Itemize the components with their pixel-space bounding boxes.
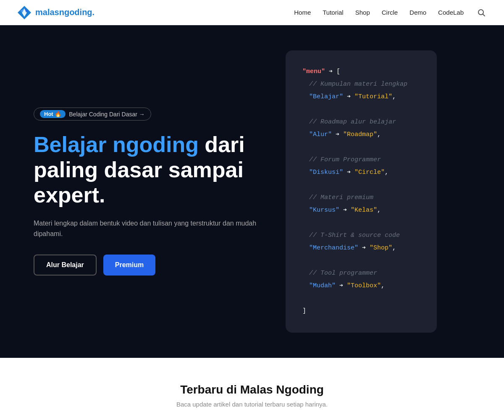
alur-belajar-button[interactable]: Alur Belajar	[34, 255, 97, 276]
hero-subtitle: Materi lengkap dalam bentuk video dan tu…	[34, 218, 260, 239]
hero-title: Belajar ngoding dari paling dasar sampai…	[34, 132, 260, 207]
brand-name: malasngoding.	[35, 8, 94, 17]
hero-title-blue: Belajar ngoding	[34, 132, 199, 157]
search-icon	[477, 8, 486, 17]
badge-text: Belajar Coding Dari Dasar →	[69, 111, 145, 118]
code-comment5: // T-Shirt & source code	[309, 232, 400, 239]
nav-codelab[interactable]: CodeLab	[438, 9, 464, 16]
nav-tutorial[interactable]: Tutorial	[323, 9, 343, 16]
navbar: malasngoding. Home Tutorial Shop Circle …	[0, 0, 504, 25]
section-terbaru-subtitle: Baca update artikel dan tutorial terbaru…	[17, 401, 487, 408]
section-terbaru-title: Terbaru di Malas Ngoding	[17, 383, 487, 396]
brand-blue-part: malas	[35, 8, 59, 17]
code-card: "menu" ➔ [ // Kumpulan materi lengkap "B…	[286, 50, 437, 333]
nav-shop[interactable]: Shop	[355, 9, 370, 16]
brand-black-part: ngoding.	[59, 8, 94, 17]
code-comment4: // Materi premium	[309, 194, 373, 201]
search-button[interactable]	[475, 7, 487, 18]
brand-logo[interactable]: malasngoding.	[17, 5, 94, 20]
code-comment3: // Forum Programmer	[309, 156, 381, 163]
hero-section: Hot 🔥 Belajar Coding Dari Dasar → Belaja…	[0, 25, 504, 358]
svg-line-5	[483, 14, 485, 16]
code-comment2: // Roadmap alur belajar	[309, 118, 396, 126]
hero-left: Hot 🔥 Belajar Coding Dari Dasar → Belaja…	[34, 108, 260, 276]
code-key: "menu"	[302, 68, 325, 75]
premium-button[interactable]: Premium	[103, 255, 155, 276]
nav-links: Home Tutorial Shop Circle Demo CodeLab	[294, 7, 487, 18]
code-comment6: // Tool programmer	[309, 270, 377, 277]
brand-icon	[17, 5, 32, 20]
nav-demo[interactable]: Demo	[410, 9, 426, 16]
hero-buttons: Alur Belajar Premium	[34, 255, 260, 276]
badge-hot: Hot 🔥	[40, 110, 66, 118]
nav-circle[interactable]: Circle	[382, 9, 398, 16]
code-comment1: // Kumpulan materi lengkap	[309, 81, 407, 88]
nav-home[interactable]: Home	[294, 9, 311, 16]
hero-badge[interactable]: Hot 🔥 Belajar Coding Dari Dasar →	[34, 108, 151, 121]
section-terbaru: Terbaru di Malas Ngoding Baca update art…	[0, 358, 504, 420]
